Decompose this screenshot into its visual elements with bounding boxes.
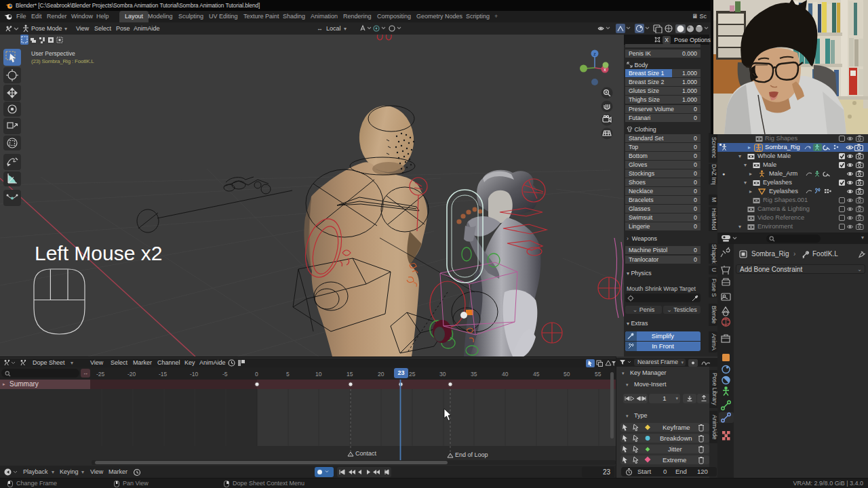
svg-text:z: z — [593, 52, 596, 56]
svg-text:Keyframe: Keyframe — [663, 424, 690, 431]
svg-text:Breakdown: Breakdown — [660, 434, 692, 442]
svg-text:Contact: Contact — [355, 450, 377, 457]
svg-text:Jitter: Jitter — [668, 445, 682, 453]
svg-text:End of Loop: End of Loop — [455, 451, 488, 458]
svg-text:Extreme: Extreme — [663, 456, 686, 464]
